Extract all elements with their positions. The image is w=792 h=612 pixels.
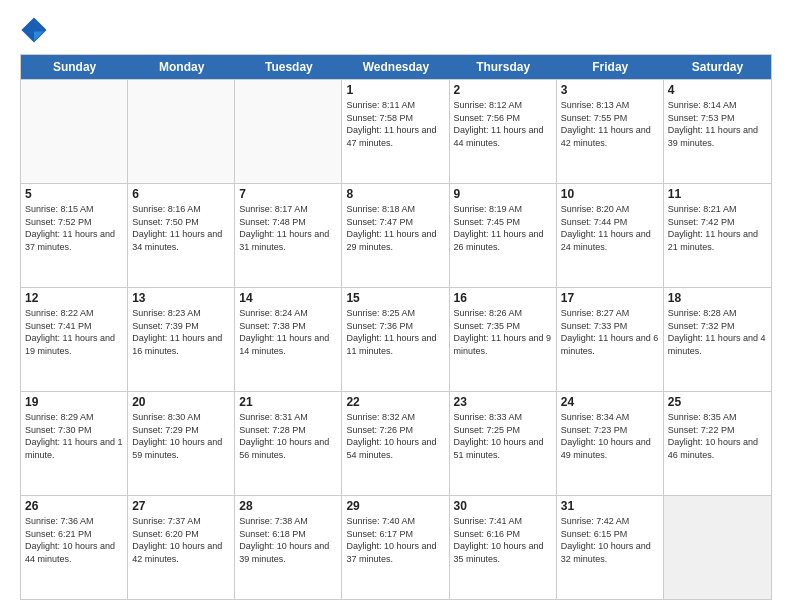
week-row-5: 26Sunrise: 7:36 AM Sunset: 6:21 PM Dayli… (21, 495, 771, 599)
day-number: 2 (454, 83, 552, 97)
day-info: Sunrise: 8:30 AM Sunset: 7:29 PM Dayligh… (132, 411, 230, 461)
day-number: 10 (561, 187, 659, 201)
day-info: Sunrise: 8:13 AM Sunset: 7:55 PM Dayligh… (561, 99, 659, 149)
day-info: Sunrise: 7:40 AM Sunset: 6:17 PM Dayligh… (346, 515, 444, 565)
day-number: 12 (25, 291, 123, 305)
day-info: Sunrise: 8:29 AM Sunset: 7:30 PM Dayligh… (25, 411, 123, 461)
day-cell-6: 6Sunrise: 8:16 AM Sunset: 7:50 PM Daylig… (128, 184, 235, 287)
day-number: 21 (239, 395, 337, 409)
page: SundayMondayTuesdayWednesdayThursdayFrid… (0, 0, 792, 612)
day-info: Sunrise: 8:34 AM Sunset: 7:23 PM Dayligh… (561, 411, 659, 461)
day-number: 30 (454, 499, 552, 513)
day-number: 5 (25, 187, 123, 201)
day-cell-1: 1Sunrise: 8:11 AM Sunset: 7:58 PM Daylig… (342, 80, 449, 183)
week-row-1: 1Sunrise: 8:11 AM Sunset: 7:58 PM Daylig… (21, 79, 771, 183)
day-info: Sunrise: 8:21 AM Sunset: 7:42 PM Dayligh… (668, 203, 767, 253)
day-info: Sunrise: 7:42 AM Sunset: 6:15 PM Dayligh… (561, 515, 659, 565)
day-info: Sunrise: 8:31 AM Sunset: 7:28 PM Dayligh… (239, 411, 337, 461)
logo (20, 16, 50, 44)
day-info: Sunrise: 8:15 AM Sunset: 7:52 PM Dayligh… (25, 203, 123, 253)
day-info: Sunrise: 8:27 AM Sunset: 7:33 PM Dayligh… (561, 307, 659, 357)
header (20, 16, 772, 44)
day-cell-9: 9Sunrise: 8:19 AM Sunset: 7:45 PM Daylig… (450, 184, 557, 287)
day-number: 27 (132, 499, 230, 513)
day-number: 22 (346, 395, 444, 409)
day-info: Sunrise: 8:11 AM Sunset: 7:58 PM Dayligh… (346, 99, 444, 149)
day-cell-16: 16Sunrise: 8:26 AM Sunset: 7:35 PM Dayli… (450, 288, 557, 391)
day-info: Sunrise: 8:14 AM Sunset: 7:53 PM Dayligh… (668, 99, 767, 149)
day-cell-3: 3Sunrise: 8:13 AM Sunset: 7:55 PM Daylig… (557, 80, 664, 183)
day-info: Sunrise: 8:22 AM Sunset: 7:41 PM Dayligh… (25, 307, 123, 357)
day-number: 20 (132, 395, 230, 409)
day-number: 26 (25, 499, 123, 513)
day-info: Sunrise: 8:18 AM Sunset: 7:47 PM Dayligh… (346, 203, 444, 253)
weekday-header-monday: Monday (128, 55, 235, 79)
day-number: 15 (346, 291, 444, 305)
day-cell-8: 8Sunrise: 8:18 AM Sunset: 7:47 PM Daylig… (342, 184, 449, 287)
day-cell-20: 20Sunrise: 8:30 AM Sunset: 7:29 PM Dayli… (128, 392, 235, 495)
day-cell-empty-0-1 (128, 80, 235, 183)
day-cell-5: 5Sunrise: 8:15 AM Sunset: 7:52 PM Daylig… (21, 184, 128, 287)
day-info: Sunrise: 8:20 AM Sunset: 7:44 PM Dayligh… (561, 203, 659, 253)
day-info: Sunrise: 8:28 AM Sunset: 7:32 PM Dayligh… (668, 307, 767, 357)
day-number: 28 (239, 499, 337, 513)
logo-icon (20, 16, 48, 44)
day-cell-2: 2Sunrise: 8:12 AM Sunset: 7:56 PM Daylig… (450, 80, 557, 183)
weekday-header-saturday: Saturday (664, 55, 771, 79)
day-cell-27: 27Sunrise: 7:37 AM Sunset: 6:20 PM Dayli… (128, 496, 235, 599)
weekday-header-wednesday: Wednesday (342, 55, 449, 79)
day-number: 7 (239, 187, 337, 201)
day-info: Sunrise: 7:41 AM Sunset: 6:16 PM Dayligh… (454, 515, 552, 565)
day-number: 4 (668, 83, 767, 97)
day-number: 13 (132, 291, 230, 305)
day-cell-22: 22Sunrise: 8:32 AM Sunset: 7:26 PM Dayli… (342, 392, 449, 495)
day-cell-11: 11Sunrise: 8:21 AM Sunset: 7:42 PM Dayli… (664, 184, 771, 287)
day-cell-17: 17Sunrise: 8:27 AM Sunset: 7:33 PM Dayli… (557, 288, 664, 391)
day-number: 31 (561, 499, 659, 513)
day-cell-12: 12Sunrise: 8:22 AM Sunset: 7:41 PM Dayli… (21, 288, 128, 391)
day-cell-28: 28Sunrise: 7:38 AM Sunset: 6:18 PM Dayli… (235, 496, 342, 599)
day-cell-empty-0-2 (235, 80, 342, 183)
day-info: Sunrise: 8:19 AM Sunset: 7:45 PM Dayligh… (454, 203, 552, 253)
day-cell-empty-4-6 (664, 496, 771, 599)
day-cell-29: 29Sunrise: 7:40 AM Sunset: 6:17 PM Dayli… (342, 496, 449, 599)
day-number: 23 (454, 395, 552, 409)
day-cell-25: 25Sunrise: 8:35 AM Sunset: 7:22 PM Dayli… (664, 392, 771, 495)
day-info: Sunrise: 7:36 AM Sunset: 6:21 PM Dayligh… (25, 515, 123, 565)
day-info: Sunrise: 8:17 AM Sunset: 7:48 PM Dayligh… (239, 203, 337, 253)
day-number: 25 (668, 395, 767, 409)
day-cell-23: 23Sunrise: 8:33 AM Sunset: 7:25 PM Dayli… (450, 392, 557, 495)
calendar-body: 1Sunrise: 8:11 AM Sunset: 7:58 PM Daylig… (21, 79, 771, 599)
day-info: Sunrise: 8:26 AM Sunset: 7:35 PM Dayligh… (454, 307, 552, 357)
day-cell-30: 30Sunrise: 7:41 AM Sunset: 6:16 PM Dayli… (450, 496, 557, 599)
weekday-header-friday: Friday (557, 55, 664, 79)
day-number: 24 (561, 395, 659, 409)
weekday-header-sunday: Sunday (21, 55, 128, 79)
day-cell-4: 4Sunrise: 8:14 AM Sunset: 7:53 PM Daylig… (664, 80, 771, 183)
day-info: Sunrise: 8:12 AM Sunset: 7:56 PM Dayligh… (454, 99, 552, 149)
day-number: 11 (668, 187, 767, 201)
day-number: 16 (454, 291, 552, 305)
day-number: 3 (561, 83, 659, 97)
day-info: Sunrise: 8:25 AM Sunset: 7:36 PM Dayligh… (346, 307, 444, 357)
day-cell-21: 21Sunrise: 8:31 AM Sunset: 7:28 PM Dayli… (235, 392, 342, 495)
weekday-header-thursday: Thursday (450, 55, 557, 79)
day-info: Sunrise: 8:16 AM Sunset: 7:50 PM Dayligh… (132, 203, 230, 253)
day-number: 19 (25, 395, 123, 409)
day-cell-10: 10Sunrise: 8:20 AM Sunset: 7:44 PM Dayli… (557, 184, 664, 287)
calendar: SundayMondayTuesdayWednesdayThursdayFrid… (20, 54, 772, 600)
day-cell-26: 26Sunrise: 7:36 AM Sunset: 6:21 PM Dayli… (21, 496, 128, 599)
day-number: 8 (346, 187, 444, 201)
day-cell-24: 24Sunrise: 8:34 AM Sunset: 7:23 PM Dayli… (557, 392, 664, 495)
day-cell-19: 19Sunrise: 8:29 AM Sunset: 7:30 PM Dayli… (21, 392, 128, 495)
day-info: Sunrise: 7:37 AM Sunset: 6:20 PM Dayligh… (132, 515, 230, 565)
day-info: Sunrise: 8:23 AM Sunset: 7:39 PM Dayligh… (132, 307, 230, 357)
day-info: Sunrise: 8:32 AM Sunset: 7:26 PM Dayligh… (346, 411, 444, 461)
day-number: 29 (346, 499, 444, 513)
day-cell-13: 13Sunrise: 8:23 AM Sunset: 7:39 PM Dayli… (128, 288, 235, 391)
weekday-header-tuesday: Tuesday (235, 55, 342, 79)
day-info: Sunrise: 8:35 AM Sunset: 7:22 PM Dayligh… (668, 411, 767, 461)
day-number: 18 (668, 291, 767, 305)
day-cell-15: 15Sunrise: 8:25 AM Sunset: 7:36 PM Dayli… (342, 288, 449, 391)
day-number: 14 (239, 291, 337, 305)
